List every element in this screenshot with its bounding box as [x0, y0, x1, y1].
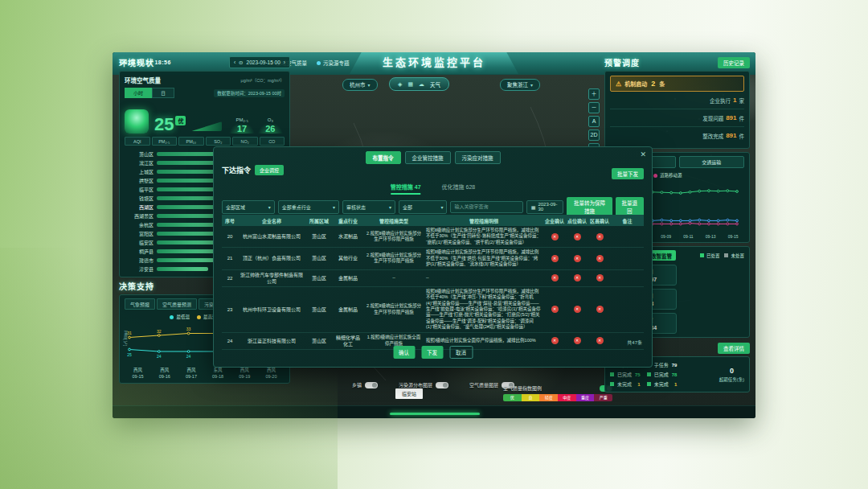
column-header: 管控措施明细	[424, 217, 543, 224]
table-row[interactable]: 21 顶正（杭州）食品有限公司 萧山区 其他行业 2.按照Ⅱ级响应计划实施部分生…	[222, 248, 644, 269]
alert-count: 2	[651, 80, 655, 88]
table-row[interactable]: 22 浙江帅锋汽车零部件制造有限公司 萧山区 金属制品 -- -- ✕ ✕ ✕	[222, 270, 644, 287]
map-focus-selector[interactable]: 聚焦浙江▾	[500, 79, 540, 91]
map-tool-button[interactable]: －	[588, 102, 600, 113]
nav-item-label: 污染源专题	[323, 59, 350, 67]
history-button[interactable]: 历史记录	[718, 57, 750, 68]
reject-icon[interactable]: ✕	[551, 306, 559, 313]
industry-select[interactable]: 全部重点行业▾	[278, 200, 339, 214]
aqi-trend-wedge	[191, 121, 222, 131]
wind-label: 西风	[231, 367, 258, 373]
cell-company-confirm: ✕	[543, 226, 566, 247]
reject-icon[interactable]: ✕	[596, 274, 604, 281]
modal-top-tab[interactable]: 布置指令	[366, 151, 401, 164]
reject-icon[interactable]: ✕	[574, 255, 581, 262]
map-tool-button[interactable]: ＋	[588, 88, 600, 100]
pollutant-tab[interactable]: PM₂.₅	[152, 137, 178, 146]
map-tool-button[interactable]: 2D	[588, 129, 600, 141]
modal-top-tab[interactable]: 污染应对措施	[455, 151, 501, 164]
map-city-selector[interactable]: 杭州市▾	[342, 79, 378, 91]
task-square-icon	[610, 382, 614, 386]
dispatch-stat-row: 企业执行 1 家	[610, 92, 744, 109]
date-navigator[interactable]: ‹ ⊙ 2023-09-15 00 ›	[229, 56, 290, 68]
pollutant-tab[interactable]: CO	[260, 137, 285, 146]
decision-tab[interactable]: 空气质量预测	[157, 298, 197, 310]
date-axis: 09-1509-1609-1709-1809-1909-20	[125, 374, 285, 379]
confirm-button[interactable]: 确认	[393, 346, 415, 359]
bottom-bar-indicator[interactable]	[390, 413, 480, 415]
batch-convert-button[interactable]: 批量转为保障措施	[567, 197, 612, 216]
pollutant-tab[interactable]: AQI	[125, 137, 150, 146]
reject-icon[interactable]: ✕	[551, 274, 559, 281]
enterprise-control-tag[interactable]: 企业调控	[255, 165, 284, 175]
table-row[interactable]: 20 杭州富山水泥制品有限公司 萧山区 水泥制品 2.按照Ⅱ级响应计划实施部分生…	[222, 226, 644, 248]
tab-control-measures[interactable]: 管控措施47	[391, 183, 421, 195]
reject-icon[interactable]: ✕	[574, 306, 581, 313]
modal-top-tab[interactable]: 企业管控措施	[405, 151, 451, 164]
map-tool-button[interactable]: A	[588, 116, 600, 127]
batch-return-button[interactable]: 批量退回	[616, 197, 644, 216]
trend-x-label: 09-09	[655, 234, 678, 239]
reject-icon[interactable]: ✕	[551, 233, 559, 240]
reject-icon[interactable]: ✕	[574, 274, 581, 281]
table-row[interactable]: 23 杭州中科环卫设备有限公司 萧山区 金属制品 2.按照Ⅱ级响应计划实施部分生…	[222, 287, 644, 333]
tab-hour[interactable]: 小时	[125, 88, 152, 98]
legend-label: 道路移动源	[660, 172, 682, 179]
pollutant-tab[interactable]: SO₂	[206, 137, 231, 146]
cloud-icon: ☁	[419, 81, 424, 88]
reject-icon[interactable]: ✕	[596, 306, 604, 313]
cell-measure-detail: 按照Ⅱ级响应计划实施部分生产环节停限产措施，减排比例不低于30%（生产线“回转窑…	[424, 226, 543, 247]
task-stat-row: 已完成 75	[610, 371, 641, 378]
district-label: 西湖景区	[125, 212, 157, 220]
region-select[interactable]: 全部区域▾	[222, 200, 275, 214]
scope-select[interactable]: 全部▾	[399, 200, 448, 214]
pollutant-tab[interactable]: NO₂	[232, 137, 258, 146]
keyword-search-input[interactable]	[450, 201, 522, 213]
district-bar	[157, 258, 215, 262]
batch-issue-button[interactable]: 批量下发	[612, 168, 644, 179]
reject-icon[interactable]: ✕	[574, 233, 581, 240]
legend-dot-icon	[197, 315, 201, 319]
reject-icon[interactable]: ✕	[596, 255, 604, 262]
industry-select-value: 全部重点行业	[282, 203, 311, 211]
cancel-button[interactable]: 取消	[449, 346, 473, 359]
svg-text:24: 24	[186, 354, 191, 359]
layer-toggle-switch[interactable]	[365, 382, 378, 388]
mechanism-alert-banner[interactable]: ⚠ 机制启动 2 条	[610, 76, 744, 92]
prev-date-icon[interactable]: ‹	[234, 60, 235, 65]
cell-no: 22	[222, 270, 238, 286]
trend-x-label: 09-13	[699, 234, 722, 239]
tab-day[interactable]: 日	[152, 88, 174, 98]
close-icon[interactable]: ✕	[640, 150, 646, 158]
task-label: 已完成	[654, 371, 669, 378]
status-select[interactable]: 审核状态▾	[342, 200, 395, 214]
date-picker[interactable]: ▦2023-09-30	[526, 200, 563, 214]
weather-chart-ylabel: 温度(℃)	[123, 331, 129, 346]
cell-industry: 其他行业	[333, 248, 363, 269]
reject-icon[interactable]: ✕	[596, 233, 604, 240]
tab-optimize-measures[interactable]: 优化措施628	[442, 183, 476, 195]
issue-button[interactable]: 下发	[421, 346, 443, 359]
pollutant-tab[interactable]: PM₁₀	[178, 137, 204, 146]
reject-icon[interactable]: ✕	[551, 337, 559, 344]
district-label: 萧山区	[125, 150, 157, 158]
reject-icon[interactable]: ✕	[551, 255, 559, 262]
legend-item: 最低温	[170, 314, 190, 320]
station-marker-label[interactable]: 临安站	[395, 388, 423, 399]
decision-tab[interactable]: 气象预报	[125, 298, 155, 310]
svg-text:32: 32	[157, 329, 162, 334]
district-label: 临平区	[125, 186, 157, 193]
map-layer-segment[interactable]: ◈ ▦ ☁ 天气	[389, 77, 449, 91]
dispatch-stat-row: 发现问题 891 件	[610, 109, 744, 127]
layer-toggle-switch[interactable]	[436, 382, 448, 388]
tab-traffic[interactable]: 交通运输	[679, 156, 745, 168]
header-nav-item[interactable]: 污染源专题	[317, 59, 350, 67]
next-date-icon[interactable]: ›	[284, 60, 285, 65]
task-detail-button[interactable]: 查看详情	[718, 343, 750, 354]
reject-icon[interactable]: ✕	[574, 337, 581, 344]
aqi-legend-level: 良	[522, 394, 540, 401]
district-label: 淳安县	[125, 265, 157, 273]
date-picker-value: 2023-09-30	[538, 202, 559, 212]
date-label: 09-17	[178, 374, 204, 379]
reject-icon[interactable]: ✕	[596, 337, 604, 344]
